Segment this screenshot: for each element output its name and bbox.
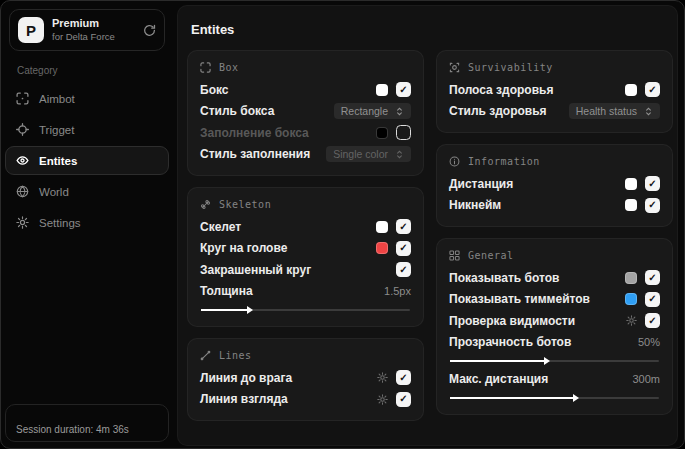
card-title: Lines [219, 350, 252, 361]
checkbox[interactable] [396, 219, 411, 234]
viewfinder-icon [200, 62, 211, 73]
fill-style-select[interactable]: Single color [326, 146, 411, 162]
page-title: Entites [191, 22, 668, 37]
line-config-gear-icon[interactable] [377, 372, 388, 383]
crosshair-icon [16, 92, 29, 105]
sidebar-item-entites[interactable]: Entites [5, 146, 169, 175]
setting-row: Толщина 1.5px [200, 281, 411, 303]
setting-row: Полоса здоровья [449, 79, 660, 101]
thickness-slider[interactable] [201, 309, 410, 311]
card-title: Skeleton [219, 199, 271, 210]
card-lines: Lines Линия до врага Линия взгляда [187, 338, 424, 421]
sidebar: P Premium for Delta Force Category Aimbo… [1, 1, 173, 448]
setting-label: Прозрачность ботов [449, 335, 571, 349]
visibility-config-gear-icon[interactable] [626, 315, 637, 326]
checkbox[interactable] [396, 125, 411, 140]
checkbox[interactable] [396, 262, 411, 277]
setting-row: Скелет [200, 216, 411, 238]
checkbox[interactable] [645, 198, 660, 213]
card-box: Box Бокс Стиль бокса Rectangle [187, 50, 424, 176]
slider-value: 300m [632, 373, 660, 385]
globe-icon [16, 185, 29, 198]
sidebar-item-label: Settings [39, 217, 81, 229]
session-duration: Session duration: 4m 36s [5, 404, 169, 442]
setting-row: Бокс [200, 79, 411, 101]
sidebar-item-label: Trigget [39, 124, 74, 136]
setting-row: Макс. дистанция 300m [449, 368, 660, 390]
sidebar-item-label: Entites [39, 155, 77, 167]
line-config-gear-icon[interactable] [377, 394, 388, 405]
color-swatch[interactable] [625, 272, 637, 284]
max-distance-slider[interactable] [450, 397, 659, 399]
setting-row: Никнейм [449, 195, 660, 217]
setting-row: Линия взгляда [200, 389, 411, 411]
sidebar-item-aimbot[interactable]: Aimbot [5, 84, 169, 113]
select-value: Single color [333, 148, 388, 160]
color-swatch[interactable] [376, 242, 388, 254]
setting-label: Стиль заполнения [200, 147, 310, 161]
setting-row: Дистанция [449, 173, 660, 195]
checkbox[interactable] [396, 392, 411, 407]
checkbox[interactable] [396, 241, 411, 256]
setting-label: Линия до врага [200, 371, 292, 385]
color-swatch[interactable] [376, 127, 388, 139]
slider-value: 50% [638, 336, 660, 348]
health-style-select[interactable]: Health status [569, 103, 660, 119]
setting-row: Закрашенный круг [200, 259, 411, 281]
checkbox[interactable] [396, 82, 411, 97]
sidebar-item-trigget[interactable]: Trigget [5, 115, 169, 144]
setting-label: Круг на голове [200, 241, 287, 255]
setting-label: Никнейм [449, 198, 501, 212]
color-swatch[interactable] [625, 293, 637, 305]
checkbox[interactable] [645, 176, 660, 191]
card-survivability: Survivability Полоса здоровья Стиль здор… [436, 50, 673, 133]
unfold-icon [395, 149, 404, 160]
brand-title: Premium [52, 17, 115, 31]
setting-label: Проверка видимости [449, 314, 575, 328]
setting-label: Показывать тиммейтов [449, 292, 590, 306]
line-icon [200, 350, 211, 361]
checkbox[interactable] [396, 370, 411, 385]
setting-label: Дистанция [449, 177, 513, 191]
bot-opacity-slider[interactable] [450, 360, 659, 362]
color-swatch[interactable] [625, 84, 637, 96]
setting-row: Круг на голове [200, 238, 411, 260]
sidebar-item-world[interactable]: World [5, 177, 169, 206]
pulse-icon [449, 62, 460, 73]
brand-subtitle: for Delta Force [52, 31, 115, 43]
sidebar-item-settings[interactable]: Settings [5, 208, 169, 237]
card-title: General [468, 250, 514, 261]
slider-fill [450, 397, 575, 399]
brand-logo: P [18, 17, 44, 43]
slider-value: 1.5px [384, 285, 411, 297]
setting-row: Прозрачность ботов 50% [449, 332, 660, 354]
slider-fill [201, 309, 249, 311]
checkbox[interactable] [645, 292, 660, 307]
gear-icon [16, 216, 29, 229]
sync-icon[interactable] [143, 24, 156, 37]
color-swatch[interactable] [376, 221, 388, 233]
card-general: General Показывать ботов Показывать тимм… [436, 238, 673, 415]
setting-label: Бокс [200, 83, 228, 97]
setting-row: Линия до врага [200, 367, 411, 389]
box-style-select[interactable]: Rectangle [334, 103, 411, 119]
checkbox[interactable] [645, 270, 660, 285]
setting-row: Заполнение бокса [200, 122, 411, 144]
setting-label: Стиль здоровья [449, 104, 547, 118]
color-swatch[interactable] [376, 84, 388, 96]
setting-row: Показывать тиммейтов [449, 289, 660, 311]
setting-label: Заполнение бокса [200, 126, 309, 140]
checkbox[interactable] [645, 82, 660, 97]
color-swatch[interactable] [625, 178, 637, 190]
card-title: Information [468, 156, 540, 167]
setting-label: Макс. дистанция [449, 372, 548, 386]
target-icon [16, 123, 29, 136]
setting-row: Стиль заполнения Single color [200, 144, 411, 166]
card-title: Box [219, 62, 239, 73]
color-swatch[interactable] [625, 199, 637, 211]
sidebar-item-label: Aimbot [39, 93, 75, 105]
info-icon [449, 156, 460, 167]
setting-row: Стиль здоровья Health status [449, 101, 660, 123]
setting-label: Показывать ботов [449, 271, 559, 285]
checkbox[interactable] [645, 313, 660, 328]
